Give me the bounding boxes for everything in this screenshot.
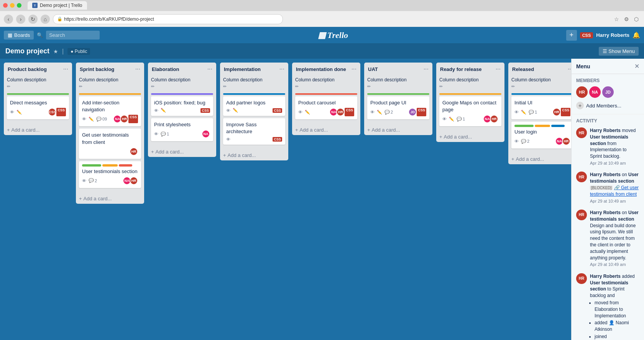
card-label — [514, 125, 534, 127]
list-sprint-backlog: Sprint backlog ··· Column description ✏ … — [76, 63, 144, 204]
badge-icon: ✏️ — [449, 117, 454, 122]
browser-tab[interactable]: T Demo project | Trello — [28, 1, 87, 10]
card-badge: ✏️ — [16, 110, 22, 115]
add-members-button[interactable]: + Add Members... — [576, 101, 621, 110]
card-product-carousel[interactable]: Product carousel👁✏️NAHRCSS — [295, 96, 357, 119]
col-desc-edit-icon[interactable]: ✏ — [295, 84, 299, 89]
search-input[interactable] — [46, 31, 100, 40]
card-badge: ✏️ — [449, 117, 454, 122]
list-title: Ready for release — [440, 66, 481, 72]
card-get-user-testimonials[interactable]: Get user testimonials from clientHR — [79, 129, 141, 158]
add-card-icon: + — [439, 134, 442, 140]
browser-maximize-dot[interactable] — [17, 3, 21, 8]
browser-actions: ☆ ⚙ ⬡ — [613, 15, 640, 23]
card-user-testimonials-section[interactable]: User testimonials section👁💬2NAHR — [79, 161, 141, 188]
card-title: User login — [514, 129, 570, 135]
board-menu-toggle-button[interactable]: ☰ Show Menu — [599, 47, 639, 56]
browser-refresh-button[interactable]: ↻ — [28, 15, 38, 24]
browser-url-bar[interactable]: 🔒 https://trello.com/b/KaRKUPfD/demo-pro… — [53, 14, 283, 24]
list-body: Initial UI👁✏️💬1HRCSSUser login👁💬2NAHR — [508, 96, 571, 154]
add-button[interactable]: + — [566, 30, 577, 41]
trello-logo-icon: ▦ — [318, 30, 326, 40]
add-card-button[interactable]: + Add a card... — [76, 193, 144, 204]
add-card-button[interactable]: + Add a card... — [364, 125, 432, 135]
col-desc: Column description ✏ — [364, 76, 432, 92]
card-improve-sass[interactable]: Improve Sass architecture👁CSS — [223, 118, 285, 144]
add-card-button[interactable]: + Add a card... — [220, 150, 288, 160]
browser-minimize-dot[interactable] — [10, 3, 15, 8]
panel-close-button[interactable]: ✕ — [634, 63, 639, 70]
card-title: User testimonials section — [82, 168, 138, 175]
browser-forward-button[interactable]: › — [16, 15, 25, 24]
member-avatar[interactable]: NA — [589, 86, 601, 98]
nav-center: ▦ Trello — [100, 30, 566, 40]
card-avatars: CSSCSS — [48, 108, 66, 116]
list-menu-button[interactable]: ··· — [496, 66, 501, 73]
card-badge: 👁 — [154, 132, 158, 136]
board-star-button[interactable]: ★ — [53, 48, 58, 54]
card-initial-ui[interactable]: Initial UI👁✏️💬1HRCSS — [511, 96, 571, 119]
notification-bell-button[interactable]: 🔔 — [632, 31, 640, 39]
browser-extensions-button[interactable]: ⬡ — [632, 15, 640, 23]
list-ready-for-release: Ready for release ··· Column description… — [436, 63, 504, 142]
board-visibility[interactable]: ● Public — [67, 48, 90, 55]
add-card-button[interactable]: + Add a card... — [508, 154, 571, 164]
card-footer: HR — [82, 147, 138, 156]
col-desc-edit-icon[interactable]: ✏ — [7, 84, 10, 89]
list-menu-button[interactable]: ··· — [424, 66, 429, 73]
card-avatar: CSS — [48, 108, 56, 116]
add-card-label: Add a card... — [228, 152, 256, 158]
list-menu-button[interactable]: ··· — [63, 66, 68, 73]
card-avatar: HR — [490, 115, 498, 123]
col-desc-edit-icon[interactable]: ✏ — [439, 84, 443, 89]
list-body: Direct messages👁✏️CSSCSS — [4, 96, 72, 125]
card-badge: 👁 — [442, 117, 447, 121]
browser-home-button[interactable]: ⌂ — [41, 15, 50, 24]
card-user-login[interactable]: User login👁💬2NAHR — [511, 122, 571, 149]
css-badge: CSS — [128, 115, 138, 123]
col-desc-edit-icon[interactable]: ✏ — [511, 84, 515, 89]
browser-back-button[interactable]: ‹ — [4, 15, 13, 24]
col-desc-edit-icon[interactable]: ✏ — [79, 84, 82, 89]
card-add-inter-section[interactable]: Add inter-section navigation👁✏️💬09NAHRCS… — [79, 96, 141, 126]
browser-bookmark-button[interactable]: ☆ — [613, 15, 620, 23]
badge-icon: ✏️ — [233, 108, 238, 113]
panel-header: Menu ✕ — [572, 59, 644, 74]
browser-settings-button[interactable]: ⚙ — [623, 15, 630, 23]
member-avatar[interactable]: JD — [602, 86, 614, 98]
add-card-button[interactable]: + Add a card... — [436, 132, 504, 142]
col-desc-edit-icon[interactable]: ✏ — [223, 84, 227, 89]
card-product-page-ui[interactable]: Product page UI👁✏️💬2JDCSS — [367, 96, 429, 119]
col-desc-edit-icon[interactable]: ✏ — [367, 84, 371, 89]
card-footer: 👁CSS — [226, 137, 282, 142]
card-avatars: NAHR — [483, 115, 498, 123]
member-avatar[interactable]: HR — [576, 86, 588, 98]
list-menu-button[interactable]: ··· — [568, 66, 571, 73]
card-labels — [514, 125, 570, 127]
add-card-button[interactable]: + Add a card... — [148, 147, 216, 157]
card-avatar: HR — [552, 108, 561, 116]
col-desc-edit-icon[interactable]: ✏ — [151, 84, 154, 89]
card-direct-messages[interactable]: Direct messages👁✏️CSSCSS — [7, 96, 69, 119]
boards-button[interactable]: ▦ Boards — [4, 31, 34, 40]
list-menu-button[interactable]: ··· — [352, 66, 356, 73]
card-add-partner-logos[interactable]: Add partner logos👁✏️CSS — [223, 96, 285, 116]
list-menu-button[interactable]: ··· — [207, 66, 212, 73]
badge-icon: ✏️ — [377, 110, 382, 115]
list-menu-button[interactable]: ··· — [135, 66, 140, 73]
browser-close-dot[interactable] — [3, 3, 8, 8]
board: Product backlog ··· Column description ✏… — [0, 59, 571, 340]
card-google-maps[interactable]: Google Maps on contact page👁✏️💬1NAHR — [439, 96, 501, 126]
list-menu-button[interactable]: ··· — [279, 66, 284, 73]
add-card-button[interactable]: + Add a card... — [4, 125, 72, 135]
badge-icon: 👁 — [370, 110, 375, 114]
badge-count: 2 — [391, 110, 393, 114]
card-title: Add partner logos — [226, 99, 282, 106]
card-print-stylesheets[interactable]: Print stylesheets👁💬1NA — [151, 118, 213, 141]
col-desc-text: Column description — [367, 77, 429, 83]
add-card-button[interactable]: + Add a card... — [292, 125, 360, 135]
col-desc-bar — [151, 93, 213, 95]
badge-icon: 👁 — [10, 110, 14, 114]
card-ios-position[interactable]: iOS position: fixed; bug👁✏️CSS — [151, 96, 213, 116]
card-footer: 👁✏️CSS — [226, 108, 282, 113]
